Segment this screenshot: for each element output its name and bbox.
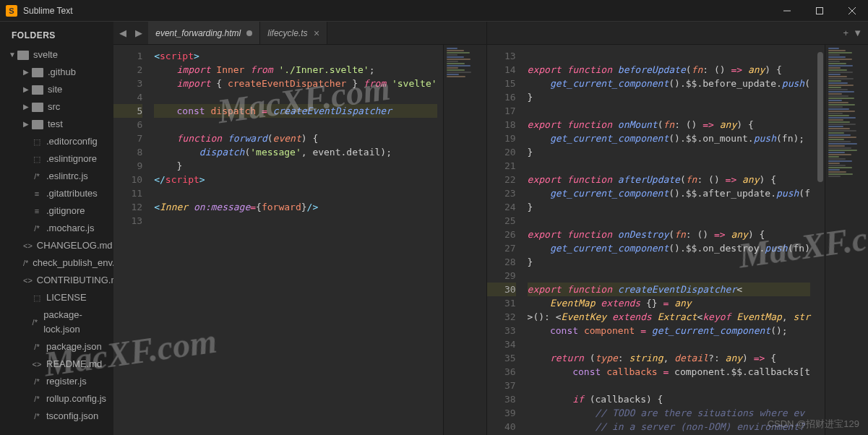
tab-label: lifecycle.ts (267, 28, 307, 38)
code-area-left[interactable]: 12345678910111213 <script> import Inner … (113, 45, 486, 435)
nav-back-icon[interactable]: ◀ (116, 27, 129, 38)
file-label: .mocharc.js (46, 221, 94, 236)
folder-label: .github (48, 65, 76, 79)
file-icon: /* (32, 221, 42, 236)
file-label: LICENSE (46, 290, 87, 305)
file-label: register.js (46, 374, 87, 389)
folder-icon (32, 85, 43, 95)
line-gutter: 12345678910111213 (113, 45, 148, 435)
chevron-right-icon: ▶ (23, 65, 32, 79)
file-item[interactable]: ≡.gitattributes (0, 185, 113, 202)
file-label: package-lock.json (43, 308, 108, 337)
file-icon: <> (32, 357, 42, 371)
scroll-thumb[interactable] (817, 52, 823, 182)
folder-icon (17, 51, 29, 60)
file-item[interactable]: /*package.json (0, 338, 113, 356)
tab-menu-icon[interactable]: ▼ (853, 27, 862, 38)
chevron-right-icon: ▶ (23, 117, 32, 132)
sidebar-header: FOLDERS (0, 27, 113, 46)
code-area-right[interactable]: 1314151617181920212223242526272829303132… (487, 45, 868, 435)
file-item[interactable]: <>CONTRIBUTING.md (0, 272, 113, 289)
file-icon: /* (32, 392, 42, 406)
folder-item[interactable]: ▶.github (0, 64, 113, 81)
file-label: .gitignore (46, 204, 85, 218)
file-item[interactable]: ⬚LICENSE (0, 289, 113, 306)
code-content[interactable]: export function beforeUpdate(fn: () => a… (522, 45, 816, 435)
folder-item[interactable]: ▶test (0, 116, 113, 133)
tab-event-forwarding[interactable]: event_forwarding.html (148, 22, 260, 44)
scrollbar-vertical[interactable] (816, 45, 825, 435)
file-icon: ⬚ (32, 134, 42, 149)
file-icon: /* (32, 340, 42, 354)
folder-label: test (48, 117, 63, 132)
tab-nav: ◀ ▶ (113, 22, 148, 44)
file-item[interactable]: /*package-lock.json (0, 306, 113, 338)
file-label: .gitattributes (46, 186, 98, 201)
file-label: tsconfig.json (46, 409, 98, 423)
chevron-right-icon: ▶ (23, 100, 32, 114)
folder-label: site (48, 82, 62, 97)
folder-item[interactable]: ▶site (0, 81, 113, 98)
code-content[interactable]: <script> import Inner from './Inner.svel… (148, 45, 442, 435)
svg-rect-1 (816, 7, 822, 14)
file-icon: <> (23, 238, 33, 253)
tab-label: event_forwarding.html (155, 28, 241, 38)
file-icon: /* (32, 374, 42, 389)
file-item[interactable]: /*rollup.config.js (0, 390, 113, 408)
file-icon: ⬚ (32, 290, 42, 305)
file-icon: <> (23, 273, 33, 288)
titlebar: Sublime Text (0, 0, 868, 22)
file-icon: ≡ (32, 186, 42, 201)
file-label: CHANGELOG.md (37, 238, 113, 253)
file-label: check_publish_env.js (33, 256, 113, 270)
file-label: .eslintrc.js (46, 169, 88, 184)
folder-label: src (48, 100, 60, 114)
file-icon: /* (32, 169, 42, 184)
minimize-button[interactable] (770, 0, 803, 22)
file-item[interactable]: ≡.gitignore (0, 202, 113, 220)
file-item[interactable]: /*tsconfig.json (0, 408, 113, 425)
tab-bar-right: + ▼ (487, 22, 868, 45)
folder-label: svelte (33, 48, 58, 62)
file-item[interactable]: /*register.js (0, 373, 113, 390)
close-icon[interactable]: × (314, 27, 319, 39)
attribution: CSDN @招财进宝129 (768, 418, 859, 431)
file-label: .eslintignore (46, 152, 97, 166)
file-item[interactable]: ⬚.eslintignore (0, 150, 113, 168)
file-item[interactable]: ⬚.editorconfig (0, 133, 113, 150)
file-icon: /* (32, 409, 42, 423)
main-area: FOLDERS ▼ svelte ▶.github▶site▶src▶test … (0, 22, 868, 435)
nav-forward-icon[interactable]: ▶ (132, 27, 145, 38)
file-item[interactable]: /*check_publish_env.js (0, 254, 113, 272)
minimap-right[interactable] (825, 45, 868, 435)
file-label: package.json (46, 340, 102, 354)
window-controls (770, 0, 868, 22)
close-button[interactable] (835, 0, 868, 22)
line-gutter: 1314151617181920212223242526272829303132… (487, 45, 522, 435)
file-item[interactable]: <>CHANGELOG.md (0, 237, 113, 254)
folder-icon (32, 68, 43, 77)
app-icon (6, 5, 17, 17)
folder-item[interactable]: ▶src (0, 98, 113, 116)
minimap-left[interactable] (443, 45, 486, 435)
file-icon: /* (30, 315, 39, 330)
file-label: rollup.config.js (46, 392, 106, 406)
file-icon: ≡ (32, 204, 42, 218)
file-item[interactable]: /*.mocharc.js (0, 220, 113, 237)
file-icon: ⬚ (32, 152, 42, 166)
editor-pane-right: + ▼ 131415161718192021222324252627282930… (486, 22, 868, 435)
maximize-button[interactable] (803, 0, 835, 22)
tab-lifecycle[interactable]: lifecycle.ts × (260, 22, 327, 44)
file-label: .editorconfig (46, 134, 98, 149)
file-label: CONTRIBUTING.md (37, 273, 113, 288)
new-tab-icon[interactable]: + (843, 27, 849, 38)
file-item[interactable]: /*.eslintrc.js (0, 168, 113, 185)
folder-icon (32, 120, 43, 129)
dirty-indicator-icon (246, 30, 252, 36)
tab-bar-left: ◀ ▶ event_forwarding.html lifecycle.ts × (113, 22, 486, 45)
editor-area: ◀ ▶ event_forwarding.html lifecycle.ts ×… (113, 22, 868, 435)
sidebar[interactable]: FOLDERS ▼ svelte ▶.github▶site▶src▶test … (0, 22, 113, 435)
file-item[interactable]: <>README.md (0, 356, 113, 373)
folder-root[interactable]: ▼ svelte (0, 46, 113, 64)
file-icon: /* (23, 256, 28, 270)
